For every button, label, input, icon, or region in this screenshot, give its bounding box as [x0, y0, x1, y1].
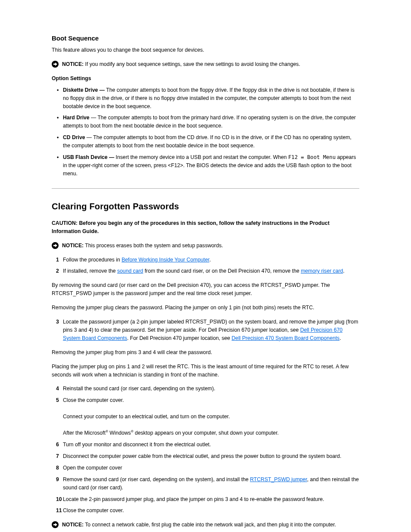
step5-c-1: After the Microsoft [63, 430, 106, 436]
step-4: Reinstall the sound card (or riser card,… [52, 385, 359, 393]
option-settings-heading: Option Settings [52, 75, 359, 83]
notice-arrow-icon [52, 61, 59, 68]
caution-block: CAUTION: Before you begin any of the pro… [52, 219, 359, 236]
notice-text-1: NOTICE: If you modify any boot sequence … [62, 60, 300, 68]
opt-hard-drive: Hard Drive — The computer attempts to bo… [52, 114, 359, 130]
after-step2-para-b: Removing the jumper plug clears the pass… [52, 304, 359, 312]
notice-text-2: NOTICE: This process erases both the sys… [62, 242, 223, 250]
caution-label: CAUTION: [52, 220, 79, 226]
caution-body: Before you begin any of the procedures i… [52, 220, 330, 234]
notice-arrow-icon [52, 521, 59, 528]
after-step2-para-a: By removing the sound card (or riser car… [52, 281, 359, 298]
step-3: Locate the password jumper (a 2-pin jump… [52, 318, 359, 342]
steps-list-b: Locate the password jumper (a 2-pin jump… [52, 318, 359, 342]
opt-usb-flash: USB Flash Device — Insert the memory dev… [52, 153, 359, 178]
document-page: Boot Sequence This feature allows you to… [0, 0, 411, 532]
notice-label-1: NOTICE: [62, 61, 84, 67]
notice-label-3: NOTICE: [62, 522, 84, 528]
clearing-passwords-title: Clearing Forgotten Passwords [52, 202, 359, 212]
step-5: Close the computer cover. Connect your c… [52, 396, 359, 437]
step5-b: Connect your computer to an electrical o… [63, 414, 230, 420]
opt1-body: The computer attempts to boot from the f… [63, 87, 355, 109]
step-2: If installed, remove the sound card from… [52, 267, 359, 275]
step9-link-jumper[interactable]: RTCRST_PSWD jumper [250, 476, 307, 482]
notice-text-3: NOTICE: To connect a network cable, firs… [62, 521, 336, 529]
step2-post: . [343, 268, 344, 274]
step-10: Locate the 2-pin password jumper plug, a… [52, 495, 359, 504]
section-divider [52, 188, 359, 189]
notice-label-2: NOTICE: [62, 243, 84, 249]
opt2-label: Hard Drive [63, 115, 90, 121]
step-6: Turn off your monitor and disconnect it … [52, 441, 359, 449]
step3-mid: . For Dell Precision 470 jumper location… [127, 335, 232, 341]
step1-link[interactable]: Before Working Inside Your Computer [121, 257, 209, 263]
step3-link-470[interactable]: Dell Precision 470 System Board Componen… [232, 335, 340, 341]
opt3-label: CD Drive [63, 134, 85, 140]
step-1: Follow the procedures in Before Working … [52, 256, 359, 264]
heading-text: Boot Sequence [52, 34, 99, 42]
step2-mid: from the sound card riser, or on the Del… [143, 268, 301, 274]
opt2-body: — The computer attempts to boot from the… [63, 115, 356, 129]
step-7: Disconnect the computer power cable from… [52, 452, 359, 460]
notice-block-2: NOTICE: This process erases both the sys… [52, 242, 359, 250]
opt4-code: F12 = Boot Menu [288, 154, 336, 160]
steps-list-a: Follow the procedures in Before Working … [52, 256, 359, 276]
step-11: Close the computer cover. [52, 507, 359, 515]
steps-list-c: Reinstall the sound card (or riser card,… [52, 385, 359, 515]
opt-cd-drive: CD Drive — The computer attempts to boot… [52, 134, 359, 150]
step1-pre: Follow the procedures in [63, 257, 121, 263]
opt4-body: Insert the memory device into a USB port… [116, 154, 288, 160]
step-9: Remove the sound card (or riser card, de… [52, 476, 359, 492]
notice-body-3: To connect a network cable, first plug t… [84, 522, 336, 528]
step9-pre: Remove the sound card (or riser card, de… [63, 476, 250, 482]
opt-diskette: Diskette Drive — The computer attempts t… [52, 86, 359, 111]
step2-pre: If installed, remove the [63, 268, 117, 274]
step5-c-3: desktop appears on your computer, shut d… [134, 430, 279, 436]
opt1-label: Diskette Drive — [63, 87, 106, 93]
step5-c-2: Windows [108, 430, 131, 436]
notice-block-3: NOTICE: To connect a network cable, firs… [52, 521, 359, 529]
step-8: Open the computer cover [52, 464, 359, 472]
step3-post: . [339, 335, 341, 341]
opt3-body: — The computer attempts to boot from the… [63, 134, 352, 149]
opt4-label: USB Flash Device — [63, 154, 116, 160]
notice-arrow-icon [52, 242, 59, 249]
step2-link-soundcard[interactable]: sound card [117, 268, 143, 274]
step5-a: Close the computer cover. [63, 397, 124, 403]
notice-block-1: NOTICE: If you modify any boot sequence … [52, 60, 359, 68]
boot-options-list: Diskette Drive — The computer attempts t… [52, 86, 359, 178]
notice-body-2: This process erases both the system and … [84, 243, 223, 249]
notice-body-1: If you modify any boot sequence settings… [84, 61, 300, 67]
boot-sequence-heading: Boot Sequence [52, 34, 359, 42]
boot-intro: This feature allows you to change the bo… [52, 46, 359, 54]
after-step3-para-a: Removing the jumper plug from pins 3 and… [52, 348, 359, 357]
step2-link-memory-riser[interactable]: memory riser card [301, 268, 343, 274]
step1-post: . [209, 257, 211, 263]
after-step3-para-b: Placing the jumper plug on pins 1 and 2 … [52, 363, 359, 379]
